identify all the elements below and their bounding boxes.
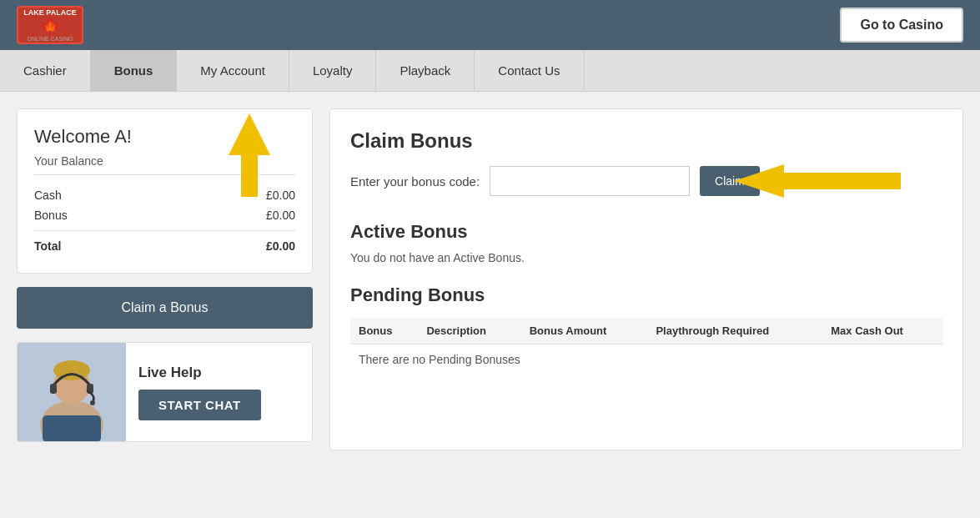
bonus-value: £0.00 [266, 209, 295, 222]
nav-cashier[interactable]: Cashier [0, 50, 91, 91]
svg-rect-5 [50, 384, 57, 394]
nav-playback[interactable]: Playback [376, 50, 475, 91]
total-value: £0.00 [266, 239, 295, 253]
pending-bonus-title: Pending Bonus [350, 284, 942, 306]
col-bonus: Bonus [350, 318, 418, 344]
welcome-card: Welcome A! Your Balance Cash £0.00 Bonus… [17, 108, 313, 274]
table-row: There are no Pending Bonuses [350, 344, 942, 375]
logo-maple-icon: 🍁 [41, 18, 59, 36]
nav-loyalty[interactable]: Loyalty [289, 50, 377, 91]
yellow-arrow-left-annotation [734, 160, 901, 202]
person-silhouette [18, 342, 126, 442]
no-pending-text: There are no Pending Bonuses [350, 344, 942, 375]
navigation: Cashier Bonus My Account Loyalty Playbac… [0, 50, 980, 92]
claim-bonus-title: Claim Bonus [350, 129, 942, 153]
logo: LAKE PALACE 🍁 ONLINE CASINO [17, 6, 83, 44]
live-help-content: Live Help START CHAT [126, 356, 274, 429]
claim-row: Enter your bonus code: Claim [350, 166, 942, 196]
live-help-person-image [18, 342, 126, 442]
col-bonus-amount: Bonus Amount [521, 318, 648, 344]
go-to-casino-button[interactable]: Go to Casino [840, 8, 963, 43]
main-content: Welcome A! Your Balance Cash £0.00 Bonus… [0, 92, 980, 467]
left-panel: Welcome A! Your Balance Cash £0.00 Bonus… [17, 108, 313, 450]
bonus-row: Bonus £0.00 [34, 205, 295, 225]
svg-marker-9 [734, 164, 901, 198]
live-help-card: Live Help START CHAT [17, 342, 313, 442]
svg-point-4 [53, 360, 90, 380]
active-bonus-title: Active Bonus [350, 221, 942, 243]
bonus-code-input[interactable] [490, 166, 690, 196]
no-active-bonus-text: You do not have an Active Bonus. [350, 251, 942, 264]
cash-row: Cash £0.00 [34, 185, 295, 205]
logo-area: LAKE PALACE 🍁 ONLINE CASINO [17, 6, 83, 44]
col-max-cash-out: Max Cash Out [822, 318, 942, 344]
right-panel: Claim Bonus Enter your bonus code: Claim… [329, 108, 963, 450]
cash-label: Cash [34, 189, 62, 202]
table-header-row: Bonus Description Bonus Amount Playthrou… [350, 318, 942, 344]
start-chat-button[interactable]: START CHAT [138, 390, 261, 420]
pending-bonus-table: Bonus Description Bonus Amount Playthrou… [350, 318, 942, 375]
nav-my-account[interactable]: My Account [177, 50, 289, 91]
welcome-title: Welcome A! [34, 126, 295, 148]
total-row: Total £0.00 [34, 236, 295, 256]
logo-subtext: ONLINE CASINO [28, 36, 73, 42]
total-label: Total [34, 239, 61, 253]
enter-code-label: Enter your bonus code: [350, 174, 480, 189]
col-playthrough: Playthrough Required [647, 318, 822, 344]
nav-bonus[interactable]: Bonus [91, 50, 178, 91]
nav-contact-us[interactable]: Contact Us [475, 50, 584, 91]
svg-rect-8 [43, 415, 101, 442]
cash-value: £0.00 [266, 189, 295, 202]
bonus-label: Bonus [34, 209, 68, 222]
svg-point-7 [90, 400, 95, 405]
header: LAKE PALACE 🍁 ONLINE CASINO Go to Casino [0, 0, 980, 50]
claim-a-bonus-button[interactable]: Claim a Bonus [17, 287, 313, 329]
logo-text: LAKE PALACE [23, 8, 76, 18]
balance-label: Your Balance [34, 154, 295, 175]
live-help-title: Live Help [138, 365, 261, 381]
col-description: Description [418, 318, 520, 344]
